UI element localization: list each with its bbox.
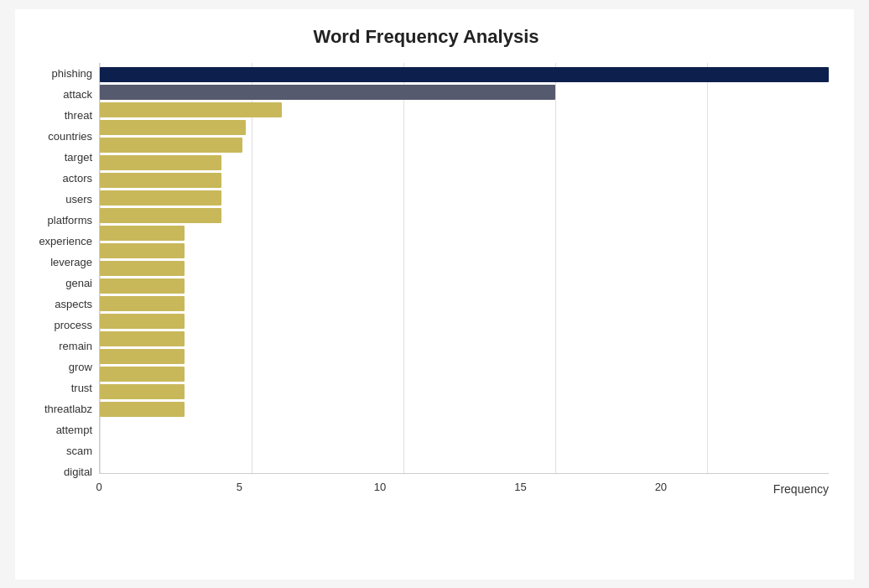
bar-attempt <box>100 367 185 382</box>
y-label-platforms: platforms <box>23 220 99 221</box>
bar-experience <box>100 208 221 223</box>
y-label-attempt: attempt <box>23 429 99 430</box>
bar-remain <box>100 296 185 311</box>
bar-countries <box>100 120 246 135</box>
bar-row-aspects <box>100 261 829 276</box>
y-label-actors: actors <box>23 178 99 179</box>
y-label-trust: trust <box>23 388 99 388</box>
y-label-scam: scam <box>23 450 99 451</box>
bar-row-threat <box>100 102 829 117</box>
bar-grow <box>100 314 185 329</box>
bar-threatlabz <box>100 349 185 364</box>
y-label-threatlabz: threatlabz <box>23 408 99 409</box>
bar-leverage <box>100 226 185 241</box>
bar-row-leverage <box>100 226 829 241</box>
plot-area: 05101520Frequency <box>99 63 829 507</box>
chart-area: phishingattackthreatcountriestargetactor… <box>23 63 829 507</box>
bar-row-target <box>100 138 829 153</box>
bar-platforms <box>100 190 221 206</box>
x-ticks-row: 05101520 <box>99 479 773 500</box>
y-label-leverage: leverage <box>23 262 99 263</box>
bar-aspects <box>100 261 185 276</box>
bar-row-phishing <box>100 67 829 82</box>
bar-target <box>100 138 242 153</box>
y-label-attack: attack <box>23 94 99 95</box>
y-label-experience: experience <box>23 241 99 242</box>
y-label-aspects: aspects <box>23 304 99 304</box>
x-tick-20: 20 <box>655 481 667 493</box>
chart-container: Word Frequency Analysis phishingattackth… <box>15 9 854 580</box>
bar-digital <box>100 402 185 417</box>
y-label-digital: digital <box>23 471 99 472</box>
y-label-process: process <box>23 325 99 325</box>
y-axis: phishingattackthreatcountriestargetactor… <box>23 63 99 507</box>
bar-scam <box>100 384 185 399</box>
bar-attack <box>100 85 555 100</box>
bar-phishing <box>100 67 829 82</box>
bar-row-platforms <box>100 190 829 206</box>
y-label-genai: genai <box>23 283 99 284</box>
bar-row-genai <box>100 243 829 258</box>
bar-actors <box>100 155 221 170</box>
bar-row-threatlabz <box>100 349 829 364</box>
y-label-phishing: phishing <box>23 73 99 74</box>
y-label-countries: countries <box>23 136 99 137</box>
x-tick-5: 5 <box>237 481 242 493</box>
x-tick-15: 15 <box>514 481 526 493</box>
y-label-threat: threat <box>23 115 99 116</box>
bar-row-scam <box>100 384 829 399</box>
bar-row-digital <box>100 402 829 417</box>
bars-container <box>99 63 829 474</box>
y-label-remain: remain <box>23 346 99 346</box>
y-label-users: users <box>23 199 99 200</box>
bar-threat <box>100 102 282 117</box>
bar-row-trust <box>100 331 829 346</box>
bar-row-actors <box>100 155 829 170</box>
bar-row-attack <box>100 85 829 100</box>
y-label-target: target <box>23 157 99 158</box>
bar-row-process <box>100 278 829 294</box>
chart-title: Word Frequency Analysis <box>23 26 829 48</box>
bar-row-countries <box>100 120 829 135</box>
bar-row-attempt <box>100 367 829 382</box>
x-tick-0: 0 <box>96 481 101 493</box>
bar-row-users <box>100 173 829 188</box>
y-label-grow: grow <box>23 367 99 367</box>
x-axis-label: Frequency <box>773 479 829 496</box>
x-axis: 05101520Frequency <box>99 474 829 507</box>
bar-row-grow <box>100 314 829 329</box>
bar-process <box>100 278 185 294</box>
bar-genai <box>100 243 185 258</box>
bar-trust <box>100 331 185 346</box>
x-tick-10: 10 <box>374 481 386 493</box>
bar-row-experience <box>100 208 829 223</box>
bar-users <box>100 173 221 188</box>
bar-row-remain <box>100 296 829 311</box>
